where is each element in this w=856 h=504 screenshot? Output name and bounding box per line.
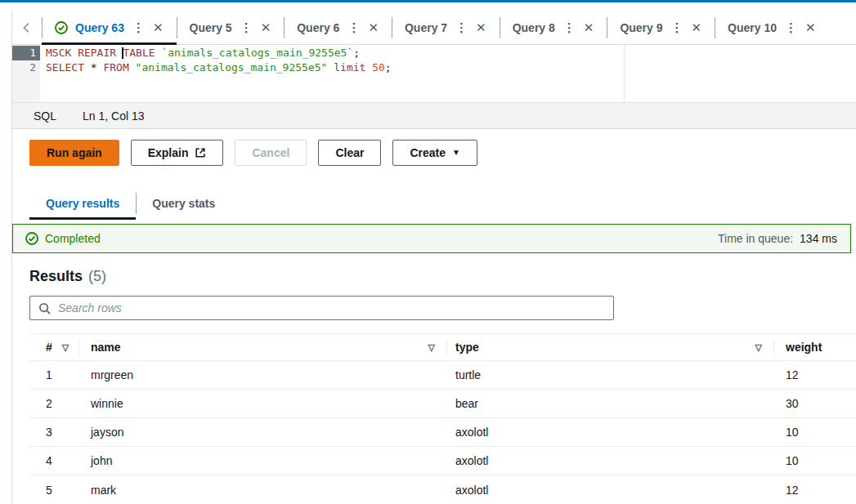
tab-query-10[interactable]: Query 10⋮✕ [715,11,829,44]
search-icon [38,302,51,314]
tab-query-63[interactable]: Query 63⋮✕ [42,11,177,44]
clear-button[interactable]: Clear [318,140,381,166]
tab-label: Query 10 [728,21,777,34]
column-label: name [91,341,121,354]
table-cell: mrgreen [78,361,446,389]
cursor-position-label: Ln 1, Col 13 [83,109,145,123]
tab-query-6[interactable]: Query 6⋮✕ [284,11,392,44]
check-circle-icon [55,21,68,34]
table-row: 1mrgreenturtle12 [29,361,856,390]
tab-query-8[interactable]: Query 8⋮✕ [500,11,607,44]
tab-query-results[interactable]: Query results [29,187,136,220]
results-title-text: Results [29,268,83,285]
explain-label: Explain [148,146,189,159]
close-tab-icon[interactable]: ✕ [805,21,816,33]
table-row: 2winniebear30 [29,390,856,418]
column-header-weight[interactable]: weight [773,334,856,360]
search-rows-input[interactable] [58,301,605,314]
editor-language-label: SQL [34,109,56,123]
table-cell: 12 [773,475,856,504]
cancel-button[interactable]: Cancel [235,140,307,166]
close-tab-icon[interactable]: ✕ [153,21,164,33]
main-panel: Query 63⋮✕Query 5⋮✕Query 6⋮✕Query 7⋮✕Que… [11,11,856,504]
results-count: (5) [88,268,106,285]
line-number: 2 [12,60,40,75]
close-tab-icon[interactable]: ✕ [368,21,379,33]
table-row: 5markaxolotl12 [29,475,856,504]
table-cell: 10 [773,418,856,446]
search-rows-box [29,296,614,320]
kebab-menu-icon[interactable]: ⋮ [347,21,361,33]
query-action-buttons: Run again Explain Cancel Clear Create ▼ [12,129,856,177]
table-cell: mark [78,475,446,504]
table-cell: 12 [773,361,856,389]
results-table-header: #▽name▽type▽weight [29,333,856,361]
table-cell: 2 [29,390,78,417]
create-dropdown-button[interactable]: Create ▼ [392,140,477,166]
table-cell: john [78,447,446,475]
column-label: # [46,341,52,354]
sort-icon[interactable]: ▽ [62,343,69,352]
caret-down-icon: ▼ [452,149,460,157]
table-cell: 5 [29,475,78,504]
editor-status-bar: SQL Ln 1, Col 13 [12,102,856,129]
table-cell: axolotl [446,447,773,475]
column-label: weight [786,341,822,354]
column-label: type [455,341,479,354]
table-cell: 4 [29,447,78,475]
table-cell: winnie [78,390,446,417]
editor-code-area[interactable]: MSCK REPAIR TABLE `animals_catalogs_main… [40,45,856,102]
cancel-label: Cancel [252,146,289,159]
tab-query-5[interactable]: Query 5⋮✕ [177,11,285,44]
scroll-tabs-left-button[interactable] [12,11,42,44]
table-cell: 10 [773,447,856,475]
close-tab-icon[interactable]: ✕ [476,21,486,33]
sql-editor: 12 MSCK REPAIR TABLE `animals_catalogs_m… [12,45,856,102]
tab-label: Query 63 [75,21,124,34]
kebab-menu-icon[interactable]: ⋮ [670,21,684,33]
table-cell: turtle [446,361,773,389]
kebab-menu-icon[interactable]: ⋮ [784,21,798,33]
kebab-menu-icon[interactable]: ⋮ [455,21,468,33]
tab-query-9[interactable]: Query 9⋮✕ [607,11,715,44]
code-line: MSCK REPAIR TABLE `animals_catalogs_main… [46,46,856,60]
results-panel: Results (5) #▽name▽type▽weight 1mrgreent… [12,253,856,504]
column-header-name[interactable]: name▽ [78,334,446,360]
close-tab-icon[interactable]: ✕ [584,21,594,33]
table-cell: axolotl [446,418,773,446]
close-tab-icon[interactable]: ✕ [692,21,702,33]
clear-label: Clear [335,146,364,159]
kebab-menu-icon[interactable]: ⋮ [132,21,146,33]
tab-label: Query 9 [620,21,662,34]
time-in-queue-label: Time in queue: [718,232,793,245]
tab-label: Query 8 [513,21,555,34]
results-table-body: 1mrgreenturtle122winniebear303jaysonaxol… [29,361,856,504]
sort-icon[interactable]: ▽ [428,343,435,352]
kebab-menu-icon[interactable]: ⋮ [562,21,576,33]
query-status-banner: Completed Time in queue: 134 ms [12,224,851,253]
table-cell: 30 [773,390,856,417]
run-again-label: Run again [47,146,102,159]
table-row: 4johnaxolotl10 [29,447,856,475]
close-tab-icon[interactable]: ✕ [261,21,271,33]
table-cell: jayson [78,418,446,446]
explain-button[interactable]: Explain [131,140,224,166]
query-tab-bar: Query 63⋮✕Query 5⋮✕Query 6⋮✕Query 7⋮✕Que… [12,11,856,45]
kebab-menu-icon[interactable]: ⋮ [240,21,253,33]
tab-label: Query 5 [190,21,232,34]
tab-query-7[interactable]: Query 7⋮✕ [392,11,500,44]
tab-query-stats[interactable]: Query stats [136,187,231,220]
table-row: 3jaysonaxolotl10 [29,418,856,447]
tab-label: Query 6 [297,21,339,34]
editor-line-gutter: 12 [12,45,40,102]
external-link-icon [195,147,206,158]
table-cell: 1 [29,361,78,389]
run-again-button[interactable]: Run again [29,140,119,166]
column-header-num[interactable]: #▽ [29,334,78,360]
line-number: 1 [12,46,40,60]
results-tab-strip: Query resultsQuery stats [12,187,856,220]
column-header-type[interactable]: type▽ [446,334,773,360]
top-accent-bar [0,0,856,2]
sort-icon[interactable]: ▽ [755,343,762,352]
tab-label: Query 7 [405,21,447,34]
